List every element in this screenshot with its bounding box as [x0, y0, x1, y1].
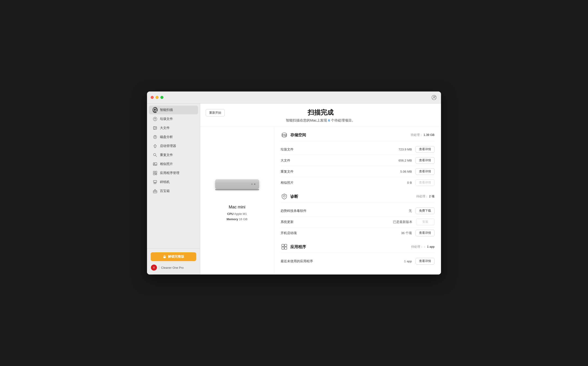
svg-point-12 [155, 137, 156, 137]
svg-point-28 [155, 191, 156, 192]
sidebar-item-label: 大文件 [160, 126, 170, 130]
large-files-icon [153, 125, 158, 130]
apps-meta-prefix: 待处理：： [411, 245, 426, 248]
junk-files-icon [153, 116, 158, 122]
apps-section: 应用程序 待处理：： 1 app 最近未使用的应用程序 1 app 查看详情 [281, 243, 435, 267]
free-download-button[interactable]: 免费下载 [416, 207, 435, 214]
maximize-button[interactable] [160, 96, 163, 99]
view-details-button[interactable]: 查看详情 [416, 230, 435, 236]
similar-photos-icon [153, 161, 158, 167]
cpu-info: CPU Apple M1 [227, 211, 247, 216]
row-value: 已是最新版本 [393, 220, 412, 224]
sidebar-item-duplicate-files[interactable]: 重复文件 [149, 151, 198, 160]
svg-rect-16 [153, 163, 157, 165]
unlock-button[interactable]: 解锁完整版 [151, 252, 196, 261]
sidebar-item-label: 启动管理器 [160, 144, 176, 148]
sidebar-nav: 智能扫描 垃圾文件 [147, 104, 200, 248]
row-value: 无 [393, 209, 412, 213]
diagnosis-title-row: 诊断 [281, 193, 298, 200]
mac-mini-image [214, 179, 260, 200]
header-center: 扫描完成 智能扫描在您的Mac上发现 6 个待处理项目。 [206, 108, 435, 123]
content-header: 重新开始 扫描完成 智能扫描在您的Mac上发现 6 个待处理项目。 [200, 104, 441, 127]
svg-rect-8 [153, 127, 155, 130]
close-button[interactable] [151, 96, 154, 99]
scan-complete-title: 扫描完成 [206, 108, 435, 117]
row-label: 垃圾文件 [281, 147, 393, 152]
table-row: 最近未使用的应用程序 1 app 查看详情 [281, 256, 435, 267]
apps-title-row: 应用程序 [281, 243, 306, 251]
sidebar-item-app-management[interactable]: 应用程序管理 [149, 169, 198, 177]
apps-title: 应用程序 [290, 244, 306, 250]
row-value: 656.2 MB [393, 159, 412, 162]
svg-rect-37 [282, 244, 284, 246]
startup-manager-icon [153, 144, 158, 149]
device-panel: Mac mini CPU Apple M1 Memory 16 GB [200, 127, 274, 274]
sidebar-item-label: 垃圾文件 [160, 117, 173, 121]
svg-rect-7 [153, 127, 157, 130]
row-label: 相似照片 [281, 181, 393, 185]
brand-row: T Cleaner One Pro [151, 264, 196, 271]
minimize-button[interactable] [156, 96, 159, 99]
svg-rect-24 [153, 181, 157, 182]
diagnosis-title: 诊断 [290, 194, 298, 199]
table-row: 大文件 656.2 MB 查看详情 [281, 155, 435, 166]
row-label: 开机启动项 [281, 231, 393, 235]
svg-rect-20 [153, 173, 155, 175]
apps-meta-value: 1 app [427, 245, 435, 248]
storage-title-row: 存储空间 [281, 131, 306, 139]
sidebar-item-toolbox[interactable]: 百宝箱 [149, 187, 198, 196]
sidebar-item-shredder[interactable]: 碎纸机 [149, 178, 198, 186]
row-value: 1 app [393, 259, 412, 263]
sidebar-item-startup-manager[interactable]: 启动管理器 [149, 142, 198, 150]
scan-subtitle: 智能扫描在您的Mac上发现 6 个待处理项目。 [206, 118, 435, 123]
diagnosis-meta-value: 2 项 [429, 195, 435, 198]
subtitle-prefix: 智能扫描在您的Mac上发现 [286, 118, 327, 122]
storage-meta-value: 1.39 GB [423, 133, 435, 137]
titlebar [147, 92, 441, 104]
diagnosis-meta-prefix: 待处理： [416, 195, 428, 198]
table-row: 重复文件 5.06 MB 查看详情 [281, 166, 435, 177]
row-label: 趋势科技杀毒软件 [281, 209, 393, 213]
view-details-button[interactable]: 查看详情 [416, 168, 435, 175]
diagnosis-section-header: 诊断 待处理： 2 项 [281, 193, 435, 203]
sidebar-item-label: 百宝箱 [160, 189, 170, 193]
sidebar-bottom: 解锁完整版 T Cleaner One Pro [147, 248, 200, 274]
row-label: 系统更新 [281, 220, 393, 224]
results-panel: 存储空间 待处理： 1.39 GB 垃圾文件 723.9 MB 查看详情 [274, 127, 441, 274]
row-label: 重复文件 [281, 170, 393, 174]
brand-name: Cleaner One Pro [161, 266, 184, 269]
app-management-icon [153, 170, 158, 175]
device-name: Mac mini [229, 205, 245, 210]
smart-scan-icon [153, 107, 158, 113]
brand-divider [159, 266, 159, 270]
storage-meta-prefix: 待处理： [411, 133, 423, 137]
svg-line-15 [156, 155, 157, 157]
sidebar-item-junk-files[interactable]: 垃圾文件 [149, 114, 198, 123]
storage-icon [281, 131, 288, 139]
restart-button[interactable]: 重新开始 [206, 109, 225, 116]
sidebar-item-smart-scan[interactable]: 智能扫描 [149, 106, 198, 114]
sidebar-item-similar-photos[interactable]: 相似照片 [149, 160, 198, 168]
mac-mini-body [215, 179, 259, 189]
view-details-button[interactable]: 查看详情 [416, 146, 435, 153]
table-row: 相似照片 0 B 查看详情 [281, 177, 435, 188]
storage-section-header: 存储空间 待处理： 1.39 GB [281, 131, 435, 141]
svg-rect-19 [155, 171, 157, 173]
svg-rect-39 [282, 247, 284, 249]
apps-icon [281, 243, 288, 251]
sidebar-item-label: 智能扫描 [160, 108, 173, 112]
apps-meta: 待处理：： 1 app [411, 245, 435, 249]
view-details-button[interactable]: 查看详情 [416, 157, 435, 164]
device-info: CPU Apple M1 Memory 16 GB [227, 211, 247, 221]
content-area: 重新开始 扫描完成 智能扫描在您的Mac上发现 6 个待处理项目。 [200, 104, 441, 274]
sidebar-item-large-files[interactable]: 大文件 [149, 124, 198, 132]
sidebar-item-label: 磁盘分析 [160, 135, 173, 139]
svg-rect-38 [284, 244, 287, 246]
table-row: 趋势科技杀毒软件 无 免费下载 [281, 206, 435, 216]
app-window: 智能扫描 垃圾文件 [147, 92, 441, 274]
row-label: 最近未使用的应用程序 [281, 259, 393, 263]
sidebar-item-disk-analysis[interactable]: 磁盘分析 [149, 133, 198, 141]
view-details-button[interactable]: 查看详情 [416, 258, 435, 265]
subtitle-suffix: 个待处理项目。 [331, 118, 355, 122]
storage-meta: 待处理： 1.39 GB [411, 133, 435, 137]
